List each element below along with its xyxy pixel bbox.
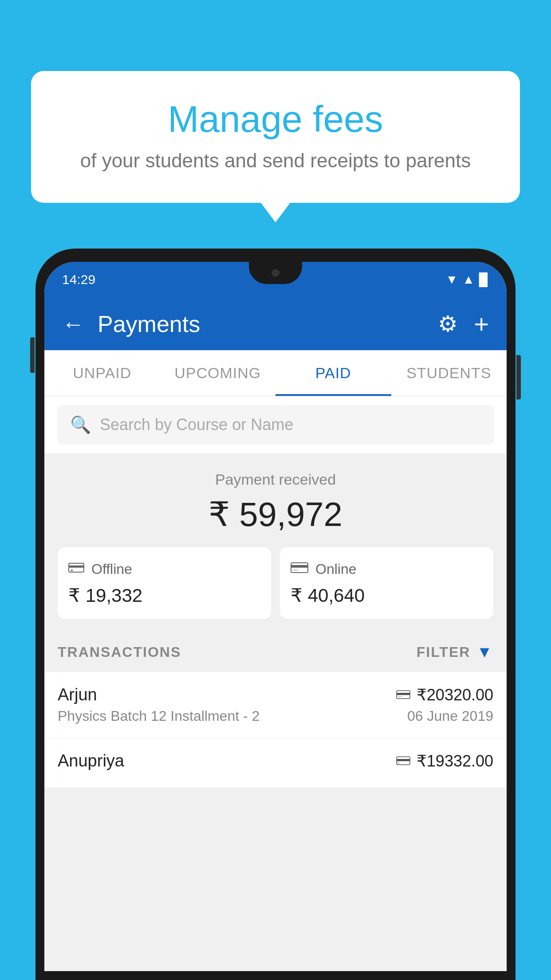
payment-cards: Offline ₹ 19,332 Online: [58, 547, 493, 619]
phone-frame: 14:29 ▼ ▲ ▉ ← Payments ⚙ + UNPAI: [35, 249, 516, 980]
transactions-header: TRANSACTIONS FILTER ▼: [44, 632, 507, 672]
transaction-card-icon-1: [396, 686, 410, 703]
online-label: Online: [315, 561, 357, 577]
speech-bubble: Manage fees of your students and send re…: [31, 71, 520, 203]
transaction-top-1: Arjun ₹20320.00: [58, 685, 493, 704]
offline-card-header: Offline: [68, 560, 260, 578]
offline-icon: [68, 560, 84, 578]
transaction-amount-2: ₹19332.00: [396, 752, 493, 771]
signal-icon: ▲: [462, 273, 475, 287]
add-icon[interactable]: +: [474, 309, 489, 339]
tab-unpaid[interactable]: UNPAID: [44, 350, 160, 396]
bubble-subtitle: of your students and send receipts to pa…: [67, 150, 484, 172]
tab-students[interactable]: STUDENTS: [391, 350, 507, 396]
svg-rect-7: [397, 693, 410, 695]
header-right: ⚙ +: [438, 309, 489, 339]
payment-total-amount: ₹ 59,972: [58, 494, 493, 534]
tab-paid[interactable]: PAID: [276, 350, 391, 396]
status-icons: ▼ ▲ ▉: [446, 273, 489, 287]
offline-card: Offline ₹ 19,332: [58, 547, 271, 619]
transaction-bottom-1: Physics Batch 12 Installment - 2 06 June…: [58, 708, 493, 724]
transaction-amount-value-1: ₹20320.00: [417, 686, 493, 704]
transaction-course-1: Physics Batch 12 Installment - 2: [58, 708, 260, 724]
transaction-name-1: Arjun: [58, 685, 97, 704]
transaction-amount-1: ₹20320.00: [396, 686, 493, 704]
phone-notch: [249, 262, 302, 284]
filter-icon: ▼: [476, 643, 493, 661]
online-amount: ₹ 40,640: [291, 585, 483, 606]
status-bar: 14:29 ▼ ▲ ▉: [44, 262, 507, 297]
payment-received-label: Payment received: [58, 471, 493, 488]
tab-upcoming[interactable]: UPCOMING: [160, 350, 276, 396]
filter-label: FILTER: [417, 644, 471, 660]
online-card: Online ₹ 40,640: [280, 547, 493, 619]
back-button[interactable]: ←: [62, 311, 84, 337]
search-container: 🔍 Search by Course or Name: [44, 396, 507, 453]
volume-button: [30, 337, 35, 373]
offline-amount: ₹ 19,332: [68, 585, 260, 606]
app-header: ← Payments ⚙ +: [44, 297, 507, 350]
camera: [272, 269, 279, 277]
transaction-top-2: Anupriya ₹19332.00: [58, 751, 493, 771]
transaction-amount-value-2: ₹19332.00: [417, 752, 493, 771]
transaction-row[interactable]: Arjun ₹20320.00 Physics Batch 12 Install…: [44, 672, 507, 738]
search-icon: 🔍: [70, 415, 91, 435]
header-left: ← Payments: [62, 311, 200, 337]
svg-point-11: [397, 762, 399, 764]
svg-point-2: [71, 569, 73, 571]
svg-rect-5: [293, 569, 298, 571]
svg-rect-1: [69, 565, 84, 568]
transaction-date-1: 06 June 2019: [407, 708, 493, 724]
battery-icon: ▉: [479, 273, 489, 287]
power-button: [516, 355, 521, 399]
transactions-label: TRANSACTIONS: [58, 644, 181, 660]
search-box[interactable]: 🔍 Search by Course or Name: [57, 405, 494, 444]
transaction-card-icon-2: [396, 752, 410, 770]
wifi-icon: ▼: [446, 273, 458, 287]
offline-label: Offline: [91, 561, 132, 577]
header-title: Payments: [98, 311, 200, 337]
svg-rect-4: [291, 565, 308, 568]
bubble-title: Manage fees: [67, 98, 484, 141]
payment-summary: Payment received ₹ 59,972 Offlin: [44, 453, 507, 632]
online-icon: [291, 560, 308, 578]
status-time: 14:29: [62, 272, 95, 287]
settings-icon[interactable]: ⚙: [438, 311, 458, 337]
svg-rect-10: [397, 759, 410, 761]
speech-bubble-container: Manage fees of your students and send re…: [31, 71, 520, 203]
transaction-row-2[interactable]: Anupriya ₹19332.00: [44, 738, 507, 788]
filter-button[interactable]: FILTER ▼: [417, 643, 493, 661]
transaction-name-2: Anupriya: [58, 751, 124, 771]
online-card-header: Online: [291, 560, 483, 578]
search-placeholder: Search by Course or Name: [100, 415, 293, 434]
svg-rect-8: [398, 696, 402, 697]
tabs-bar: UNPAID UPCOMING PAID STUDENTS: [44, 350, 507, 396]
phone-screen: 14:29 ▼ ▲ ▉ ← Payments ⚙ + UNPAI: [44, 262, 507, 971]
